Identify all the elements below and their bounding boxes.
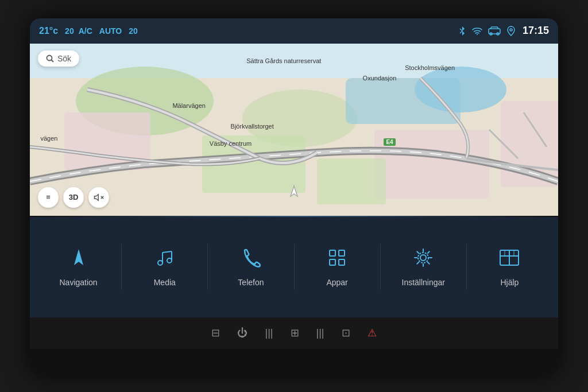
svg-point-24 xyxy=(158,261,163,265)
ac-info: 20 A/C xyxy=(65,26,92,36)
clock: 17:15 xyxy=(523,25,549,37)
svg-line-0 xyxy=(460,29,462,31)
location-icon xyxy=(506,26,516,36)
status-bar: 21°c 20 A/C AUTO 20 xyxy=(30,18,558,44)
nav-item-apps[interactable]: Appar xyxy=(295,241,380,293)
svg-point-18 xyxy=(47,55,52,60)
svg-line-19 xyxy=(52,60,54,62)
hw-btn-5[interactable]: ||| xyxy=(316,327,324,339)
mute-icon xyxy=(94,192,104,203)
nav-item-navigation[interactable]: Navigation xyxy=(36,241,121,293)
svg-marker-22 xyxy=(291,186,297,196)
search-icon xyxy=(46,55,54,63)
phone-icon xyxy=(240,247,262,272)
svg-line-28 xyxy=(163,251,172,253)
nav-item-media[interactable]: Media xyxy=(122,241,207,293)
help-icon xyxy=(498,247,521,272)
screen: 21°c 20 A/C AUTO 20 xyxy=(30,18,558,374)
hw-btn-1[interactable]: ⊟ xyxy=(211,327,220,339)
nav-item-settings[interactable]: Inställningar xyxy=(381,241,466,293)
nav-item-help[interactable]: Hjälp xyxy=(467,241,552,293)
settings-label: Inställningar xyxy=(402,278,446,287)
svg-point-33 xyxy=(420,255,426,261)
fan-value: 20 xyxy=(129,26,138,36)
ac-value: 20 xyxy=(65,26,74,36)
nav-arrow xyxy=(286,184,302,202)
map-controls: ≡ 3D xyxy=(38,187,109,208)
auto-label: AUTO xyxy=(99,26,122,36)
svg-point-6 xyxy=(510,29,512,31)
nav-item-phone[interactable]: Telefon xyxy=(208,241,293,293)
svg-rect-17 xyxy=(317,158,386,204)
media-label: Media xyxy=(154,278,176,287)
svg-rect-30 xyxy=(339,250,345,256)
status-icons xyxy=(458,26,516,36)
hw-btn-3[interactable]: ||| xyxy=(265,327,273,339)
navigation-icon xyxy=(68,247,90,272)
apps-label: Appar xyxy=(326,278,347,287)
search-bar[interactable]: Sök xyxy=(38,51,79,67)
hw-btn-6[interactable]: ⊡ xyxy=(342,327,350,339)
media-icon xyxy=(154,247,176,272)
map-area: E4 Sättra Gårds naturreservat Oxundasjon… xyxy=(30,44,558,216)
temperature: 21°c xyxy=(39,26,58,36)
svg-point-25 xyxy=(167,258,172,263)
hw-buttons: ⊟ ⏻ ||| ⊞ ||| ⊡ ⚠ xyxy=(30,317,558,349)
view-3d-button[interactable]: 3D xyxy=(63,187,84,208)
svg-point-34 xyxy=(418,253,428,263)
svg-point-2 xyxy=(477,34,478,35)
apps-icon xyxy=(326,247,348,272)
svg-rect-32 xyxy=(339,259,345,265)
bluetooth-icon xyxy=(458,26,466,36)
settings-icon xyxy=(412,247,434,272)
navigation-label: Navigation xyxy=(60,278,98,287)
svg-marker-23 xyxy=(74,249,83,265)
search-label: Sök xyxy=(57,54,71,63)
svg-rect-31 xyxy=(330,259,335,265)
e4-badge: E4 xyxy=(384,138,395,146)
mute-button[interactable] xyxy=(88,187,109,208)
bottom-nav: Navigation Media xyxy=(30,217,558,317)
phone-label: Telefon xyxy=(238,278,264,287)
svg-line-1 xyxy=(460,31,462,33)
svg-rect-29 xyxy=(330,250,335,256)
hw-btn-4[interactable]: ⊞ xyxy=(291,327,299,339)
hw-btn-7[interactable]: ⚠ xyxy=(368,327,377,339)
ac-label: A/C xyxy=(79,26,92,36)
help-label: Hjälp xyxy=(500,278,519,287)
wifi-icon xyxy=(472,27,482,35)
menu-button[interactable]: ≡ xyxy=(38,187,59,208)
car-icon xyxy=(488,26,501,36)
hw-btn-2[interactable]: ⏻ xyxy=(237,327,247,339)
